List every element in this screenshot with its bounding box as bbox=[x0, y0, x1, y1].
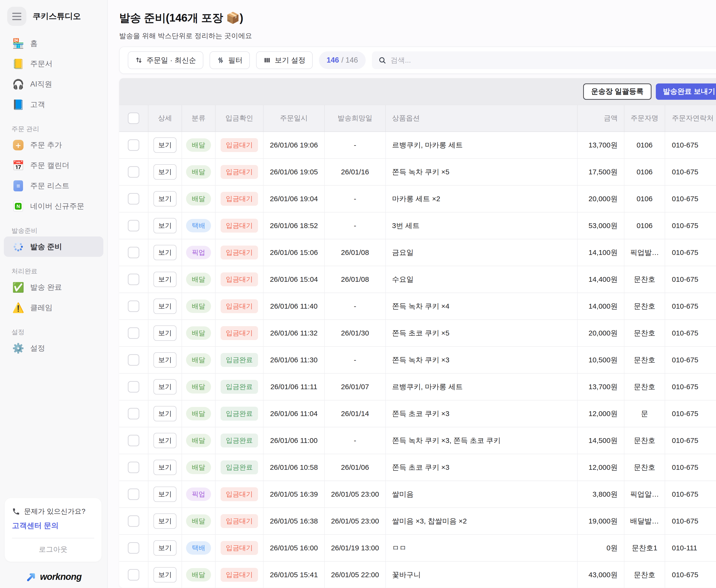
customer-center-link[interactable]: 고객센터 문의 bbox=[12, 521, 59, 531]
sidebar-item-ai-staff[interactable]: 🎧AI직원 bbox=[4, 74, 103, 94]
category-badge: 배달 bbox=[186, 353, 211, 367]
order-datetime: 26/01/06 11:40 bbox=[264, 293, 325, 319]
search-input[interactable] bbox=[391, 56, 713, 64]
column-header: 주문자명 bbox=[625, 105, 665, 131]
sort-button[interactable]: 주문일 · 최신순 bbox=[128, 51, 203, 69]
sidebar-item-order-list[interactable]: ≡주문 리스트 bbox=[4, 175, 103, 196]
column-header: 주문자연락처 bbox=[665, 105, 716, 131]
row-checkbox[interactable] bbox=[128, 193, 139, 205]
column-header: 상세 bbox=[148, 105, 182, 131]
row-checkbox[interactable] bbox=[128, 166, 139, 178]
search-icon bbox=[378, 56, 386, 64]
view-detail-button[interactable]: 보기 bbox=[153, 245, 176, 260]
table-row: 보기배달입금대기26/01/06 19:04-마카롱 세트 ×220,000원0… bbox=[119, 186, 716, 212]
sidebar-item-shipping-prep[interactable]: 발송 준비 bbox=[4, 236, 103, 257]
view-detail-button[interactable]: 보기 bbox=[153, 567, 176, 583]
sidebar-item-customers[interactable]: 📘고객 bbox=[4, 94, 103, 114]
payment-status-badge: 입금대기 bbox=[220, 487, 258, 501]
row-checkbox[interactable] bbox=[128, 300, 139, 312]
table-row: 보기택배입금대기26/01/06 18:52-3번 세트53,000원01060… bbox=[119, 212, 716, 239]
view-detail-button[interactable]: 보기 bbox=[153, 406, 176, 421]
category-badge: 배달 bbox=[186, 139, 211, 152]
row-checkbox[interactable] bbox=[128, 354, 139, 366]
menu-toggle-button[interactable] bbox=[7, 7, 26, 26]
row-checkbox[interactable] bbox=[128, 274, 139, 285]
product-options: 금요일 bbox=[386, 239, 578, 266]
row-checkbox[interactable] bbox=[128, 435, 139, 446]
orderer-phone: 010-675 bbox=[665, 562, 716, 588]
view-detail-button[interactable]: 보기 bbox=[153, 272, 176, 287]
view-detail-button[interactable]: 보기 bbox=[153, 433, 176, 448]
row-checkbox[interactable] bbox=[128, 542, 139, 554]
help-card: 문제가 있으신가요? 고객센터 문의 로그아웃 bbox=[5, 498, 101, 562]
view-detail-button[interactable]: 보기 bbox=[153, 513, 176, 529]
view-detail-button[interactable]: 보기 bbox=[153, 460, 176, 475]
row-checkbox[interactable] bbox=[128, 381, 139, 393]
orderer-name: 문찬호 bbox=[625, 427, 665, 454]
worknong-logo-icon bbox=[26, 571, 37, 582]
view-detail-button[interactable]: 보기 bbox=[153, 540, 176, 555]
row-checkbox[interactable] bbox=[128, 139, 139, 151]
sidebar-item-settings[interactable]: ⚙️설정 bbox=[4, 338, 103, 358]
order-amount: 10,500원 bbox=[578, 347, 625, 373]
document-icon: ≡ bbox=[14, 180, 23, 191]
sidebar-item-add-order[interactable]: ＋주문 추가 bbox=[4, 135, 103, 155]
view-detail-button[interactable]: 보기 bbox=[153, 352, 176, 368]
view-detail-button[interactable]: 보기 bbox=[153, 487, 176, 502]
view-detail-button[interactable]: 보기 bbox=[153, 191, 176, 207]
sidebar-item-shipping-done[interactable]: ✅발송 완료 bbox=[4, 277, 103, 297]
ship-wish-date: - bbox=[325, 186, 386, 212]
orderer-name: 0106 bbox=[625, 212, 665, 239]
row-checkbox[interactable] bbox=[128, 327, 139, 339]
order-datetime: 26/01/06 18:52 bbox=[264, 212, 325, 239]
row-checkbox[interactable] bbox=[128, 220, 139, 231]
view-detail-button[interactable]: 보기 bbox=[153, 138, 176, 153]
result-counter: 146 / 146 bbox=[319, 51, 366, 69]
sidebar-item-label: 설정 bbox=[30, 343, 45, 353]
view-detail-button[interactable]: 보기 bbox=[153, 379, 176, 395]
table-row: 보기배달입금완료26/01/06 11:00-쫀득 녹차 쿠키 ×3, 쫀득 초… bbox=[119, 427, 716, 454]
payment-status-badge: 입금대기 bbox=[220, 541, 258, 555]
category-badge: 배달 bbox=[186, 327, 211, 340]
ship-wish-date: - bbox=[325, 427, 386, 454]
select-all-checkbox[interactable] bbox=[128, 112, 139, 124]
view-detail-button[interactable]: 보기 bbox=[153, 164, 176, 180]
view-detail-button[interactable]: 보기 bbox=[153, 298, 176, 314]
send-complete-button[interactable]: 발송완료 보내기 bbox=[656, 83, 716, 100]
payment-status-badge: 입금완료 bbox=[220, 460, 258, 474]
category-badge: 택배 bbox=[186, 541, 211, 555]
table-row: 보기배달입금대기26/01/06 19:0526/01/16쫀득 녹차 쿠키 ×… bbox=[119, 159, 716, 186]
view-settings-button[interactable]: 보기 설정 bbox=[256, 51, 313, 69]
order-amount: 14,100원 bbox=[578, 239, 625, 266]
row-checkbox[interactable] bbox=[128, 247, 139, 258]
ship-wish-date: 26/01/05 23:00 bbox=[325, 508, 386, 534]
sidebar-item-label: 발송 완료 bbox=[30, 282, 62, 292]
logout-button[interactable]: 로그아웃 bbox=[12, 538, 94, 554]
view-detail-button[interactable]: 보기 bbox=[153, 218, 176, 233]
category-badge: 배달 bbox=[186, 434, 211, 447]
sidebar-item-home[interactable]: 🏪홈 bbox=[4, 33, 103, 54]
view-detail-button[interactable]: 보기 bbox=[153, 326, 176, 341]
order-datetime: 26/01/06 11:04 bbox=[264, 400, 325, 427]
sidebar-item-order-sheet[interactable]: 📒주문서 bbox=[4, 54, 103, 74]
row-checkbox[interactable] bbox=[128, 488, 139, 500]
table-row: 보기배달입금완료26/01/06 11:30-쫀득 녹차 쿠키 ×310,500… bbox=[119, 347, 716, 374]
filter-button[interactable]: 필터 bbox=[210, 51, 250, 69]
row-checkbox[interactable] bbox=[128, 462, 139, 473]
order-amount: 53,000원 bbox=[578, 212, 625, 239]
product-options: 르뱅쿠키, 마카롱 세트 bbox=[386, 132, 578, 158]
select-all-cell bbox=[119, 105, 148, 131]
bulk-invoice-button[interactable]: 운송장 일괄등록 bbox=[583, 83, 651, 100]
sidebar-item-claims[interactable]: ⚠️클레임 bbox=[4, 297, 103, 318]
row-checkbox[interactable] bbox=[128, 569, 139, 581]
product-options: 쫀득 녹차 쿠키 ×5 bbox=[386, 159, 578, 185]
sidebar-item-naver-new-orders[interactable]: N네이버 신규주문 bbox=[4, 196, 103, 216]
row-checkbox[interactable] bbox=[128, 515, 139, 527]
order-note-icon: 📒 bbox=[12, 59, 24, 68]
table-row: 보기픽업입금대기26/01/06 15:0626/01/08금요일14,100원… bbox=[119, 239, 716, 266]
sidebar-item-order-calendar[interactable]: 📅주문 캘린더 bbox=[4, 155, 103, 175]
brand-footer: worknong bbox=[0, 571, 107, 582]
row-checkbox[interactable] bbox=[128, 408, 139, 419]
product-options: 쌀미음 ×3, 찹쌀미음 ×2 bbox=[386, 508, 578, 534]
order-amount: 14,400원 bbox=[578, 266, 625, 293]
